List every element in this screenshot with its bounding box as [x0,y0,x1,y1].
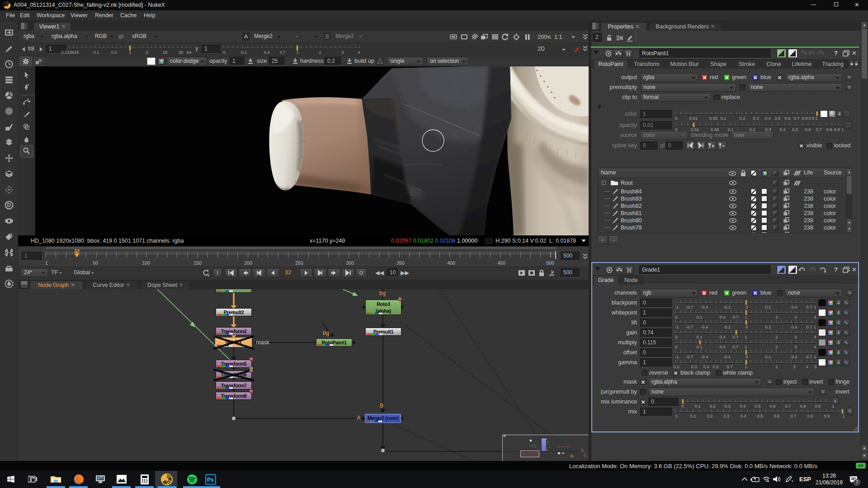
svg-text:Ps: Ps [207,477,214,483]
svg-text:D: D [7,202,11,208]
